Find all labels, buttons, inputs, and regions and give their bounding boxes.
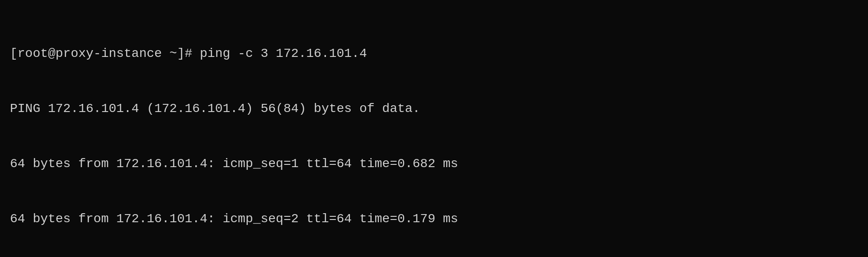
terminal-window[interactable]: [root@proxy-instance ~]# ping -c 3 172.1…: [0, 0, 868, 257]
terminal-line-3: 64 bytes from 172.16.101.4: icmp_seq=1 t…: [10, 155, 858, 173]
terminal-line-2: PING 172.16.101.4 (172.16.101.4) 56(84) …: [10, 100, 858, 118]
terminal-line-4: 64 bytes from 172.16.101.4: icmp_seq=2 t…: [10, 210, 858, 229]
terminal-line-1: [root@proxy-instance ~]# ping -c 3 172.1…: [10, 45, 858, 63]
